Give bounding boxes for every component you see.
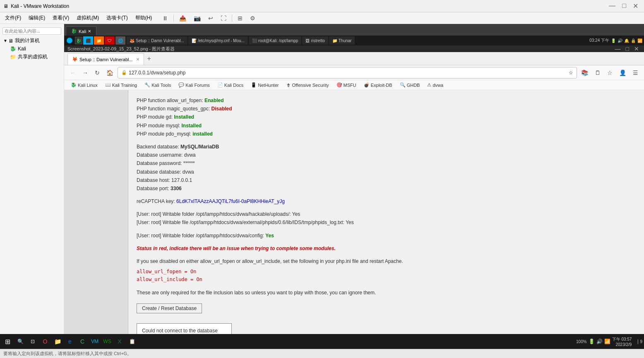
win-network-icon: 📶 (604, 339, 610, 344)
win-start-button[interactable]: ⊞ (2, 336, 14, 347)
dvwa-sidebar (64, 90, 128, 358)
firefox-tab-setup[interactable]: 🦊 Setup :: Damn Vulnerabl... ✕ (67, 53, 144, 65)
kali-menu-icon[interactable] (66, 37, 73, 44)
firefox-sidebar-btn[interactable]: 📚 (579, 68, 591, 78)
win-taskbar-task-view[interactable]: ⊡ (27, 336, 38, 347)
toolbar-full-btn[interactable]: ⛶ (218, 14, 229, 23)
vm-icon: 🐉 (10, 46, 16, 52)
imageviewer-minimize[interactable]: — (613, 45, 622, 52)
ghdb-icon: 🔍 (400, 82, 406, 88)
menu-view[interactable]: 查看(V) (49, 13, 72, 23)
bookmark-kali-forums[interactable]: 💬 Kali Forums (175, 81, 213, 88)
kali-taskbar-ristretto[interactable]: 🖼 ristretto (302, 36, 328, 45)
firefox-pocket-btn[interactable]: 🗒 (592, 68, 603, 78)
toolbar-fit-btn[interactable]: ⊞ (235, 14, 245, 23)
red-app-icon: 📋 (129, 339, 135, 344)
status-note-text: Status in red, indicate there will be an… (137, 246, 336, 251)
vm-tab-kali[interactable]: 🐉 Kali ✕ (66, 26, 96, 36)
bookmark-ghdb[interactable]: 🔍 GHDB (396, 81, 423, 88)
toolbar-revert-btn[interactable]: ↩ (205, 14, 216, 23)
imageviewer-close[interactable]: ✕ (632, 45, 641, 52)
win-time: 下午 03:57 (612, 337, 632, 342)
kali-taskbar-setup[interactable]: 🦊 Setup :: Damn Vulnerabl... (126, 36, 187, 45)
sidebar-item-mycomputer[interactable]: ▼ 🖥 我的计算机 (0, 36, 64, 45)
close-button[interactable]: ✕ (630, 2, 641, 10)
toolbar-options-btn[interactable]: ⚙ (247, 14, 258, 23)
win-taskbar-opera[interactable]: O (39, 336, 51, 347)
bookmark-kali-linux-label: Kali Linux (78, 83, 98, 88)
firefox-star-btn[interactable]: ☆ (605, 68, 615, 78)
db-port: Database port: 3306 (137, 185, 636, 193)
firefox-reload-btn[interactable]: ↻ (92, 68, 102, 78)
win-notification-icon: 9 (640, 339, 642, 344)
win-taskbar-chrome[interactable]: C (77, 336, 88, 347)
svg-point-0 (67, 38, 72, 43)
sidebar-item-kali[interactable]: 🐉 Kali (0, 45, 64, 53)
menu-help[interactable]: 帮助(H) (132, 13, 156, 23)
file-inclusion-text: These are only required for the file inc… (137, 289, 636, 297)
toolbar-send-btn[interactable]: 📤 (176, 14, 189, 23)
win-taskbar-edge[interactable]: e (64, 336, 76, 347)
menu-tabs[interactable]: 选项卡(T) (103, 13, 131, 23)
win-taskbar-red-app[interactable]: 📋 (126, 336, 138, 347)
kali-app3-icon[interactable]: 🛡 (105, 36, 115, 45)
windows-taskbar: ⊞ 🔍 ⊡ O 📁 e C VM WS X 📋 100% 🔋 🔊 📶 下午 03… (0, 334, 644, 349)
urlbar-bookmark-icon[interactable]: ☆ (569, 70, 573, 76)
bookmark-kali-training[interactable]: 📖 Kali Training (102, 81, 141, 88)
kali-browser-icon[interactable]: 🌐 (115, 36, 125, 45)
firefox-forward-btn[interactable]: → (80, 68, 91, 78)
win-taskbar-winscp[interactable]: WS (101, 336, 113, 347)
maximize-button[interactable]: □ (620, 2, 629, 10)
minimize-button[interactable]: — (606, 2, 618, 10)
kali-app-icon-1[interactable]: 🐉 (75, 37, 82, 44)
menu-file[interactable]: 文件(F) (2, 13, 24, 23)
vm-tab-close[interactable]: ✕ (88, 29, 91, 33)
bookmark-dvwa[interactable]: ⚠ dvwa (424, 81, 447, 88)
code-line2: allow_url_include = On (137, 276, 636, 284)
bookmark-nethunter[interactable]: 📱 NetHunter (248, 81, 282, 88)
win-taskbar-search[interactable]: 🔍 (14, 336, 26, 347)
winscp-icon: WS (103, 339, 111, 344)
bookmark-offensive-security[interactable]: 🗡 Offensive Security (283, 82, 332, 88)
kali-panel-apps: 🐉 ⬛ 📁 🛡 🌐 🦊 (75, 36, 588, 45)
toolbar-snapshot-btn[interactable]: 📷 (191, 14, 204, 23)
kali-app2-icon[interactable]: 📁 (94, 36, 104, 45)
titlebar-controls[interactable]: — □ ✕ (606, 2, 641, 10)
win-taskbar-excel[interactable]: X (114, 336, 125, 347)
kali-taskbar-mysql[interactable]: 📝 /etc/mysql/my.cnf - Mou... (188, 36, 248, 45)
firefox-new-tab-btn[interactable]: + (144, 55, 154, 62)
db-database: Database database: dvwa (137, 168, 636, 176)
kali-taskbar-terminal[interactable]: ⬛ root@Kali: /opt/lampp (249, 36, 301, 45)
win-taskbar-explorer[interactable]: 📁 (52, 336, 63, 347)
firefox-tab-close[interactable]: ✕ (136, 57, 139, 62)
firefox-menu-btn[interactable]: ☰ (630, 68, 641, 78)
sidebar-label-shared: 共享的虚拟机 (18, 53, 48, 60)
kali-taskbar-thunar[interactable]: 📁 Thunar (329, 36, 355, 45)
bookmark-kali-docs[interactable]: 📄 Kali Docs (214, 81, 247, 88)
menu-edit[interactable]: 编辑(E) (25, 13, 48, 23)
db-username-label: Database username: (137, 152, 183, 158)
kali-training-icon: 📖 (105, 82, 111, 88)
bookmark-msfu[interactable]: 🎯 MSFU (333, 81, 360, 88)
ristretto-icon: 🖼 (305, 38, 310, 43)
bookmark-exploit-db[interactable]: 💣 Exploit-DB (360, 81, 396, 88)
create-db-button[interactable]: Create / Reset Database (137, 303, 202, 313)
firefox-account-btn[interactable]: 👤 (617, 68, 629, 78)
win-taskbar-vmware[interactable]: VM (89, 336, 101, 347)
sidebar-item-shared[interactable]: 📁 共享的虚拟机 (0, 53, 64, 61)
menu-vm[interactable]: 虚拟机(M) (73, 13, 102, 23)
bookmark-msfu-label: MSFU (344, 83, 356, 88)
sidebar-search-input[interactable] (3, 28, 61, 34)
firefox-home-btn[interactable]: 🏠 (104, 68, 116, 78)
sidebar-search[interactable] (2, 27, 61, 35)
firefox-urlbar[interactable]: 🔒 127.0.0.1/dvwa/setup.php ☆ (118, 67, 577, 79)
kali-terminal-icon[interactable]: ⬛ (83, 36, 93, 45)
toolbar-pause-btn[interactable]: ⏸ (159, 14, 171, 23)
imageviewer-maximize[interactable]: □ (624, 45, 631, 52)
bookmark-kali-linux[interactable]: 🐉 Kali Linux (67, 81, 101, 88)
vmware-main: ▼ 🖥 我的计算机 🐉 Kali 📁 共享的虚拟机 🐉 Kali ✕ (0, 24, 644, 358)
bookmark-kali-tools[interactable]: 🔧 Kali Tools (141, 81, 174, 88)
firefox-back-btn[interactable]: ← (67, 68, 78, 78)
win-show-desktop[interactable]: ▕ (635, 339, 638, 344)
msfu-icon: 🎯 (336, 82, 342, 88)
